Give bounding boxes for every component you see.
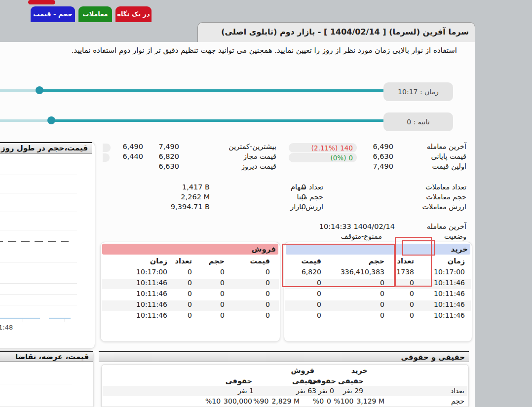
first-price-label: اولین قیمت <box>432 162 466 170</box>
sell-cell: 0 <box>266 268 270 276</box>
count-buy-real: 29 نفر <box>343 387 363 395</box>
last-trade-time-value: 10:14:33 1404/02/14 <box>319 222 395 230</box>
first-price-value: 7,490 <box>373 162 393 170</box>
partial-tab[interactable] <box>28 0 55 4</box>
gridline <box>0 230 77 230</box>
sell-cell: 0 <box>266 311 270 319</box>
buy-cell: 10:11:46 <box>434 279 465 287</box>
volume-sell-real-pct: %90 <box>253 397 268 405</box>
buy-cell: 0 <box>410 300 414 308</box>
sell-legal-header: حقوقی <box>226 377 252 385</box>
close-price-change-pill: (0%) 0 <box>289 153 357 162</box>
sell-col-volume: حجم <box>209 257 225 265</box>
intraday-chart-title: قیمت،حجم در طول روز <box>0 142 92 154</box>
sell-cell: 0 <box>188 311 192 319</box>
price-dashed-line <box>0 241 69 242</box>
status-label: وضعیت <box>444 232 466 240</box>
window-title: سرما آفرین (لسرما) [ 1404/02/14 ] - بازا… <box>197 22 475 42</box>
count-sell-real: 63 نفر <box>296 387 316 395</box>
gridline <box>0 212 77 212</box>
last-trade-change-pill: (2.11%) 140 <box>289 143 357 152</box>
volume-sell-real: %90 2,829 M <box>253 397 300 405</box>
tab-overview[interactable]: در یک نگاه <box>115 6 152 22</box>
sell-cell: 0 <box>188 279 192 287</box>
tab-trades[interactable]: معاملات <box>78 6 112 22</box>
seconds-slider-thumb[interactable] <box>47 116 55 124</box>
time-slider-fill[interactable] <box>39 89 384 92</box>
buy-cell: 10:17:00 <box>434 268 465 276</box>
pill-fragment <box>103 144 111 152</box>
buy-cell: 0 <box>317 290 321 297</box>
close-price-change-pct: (0%) <box>330 154 346 162</box>
count-buy-legal: 0 نفر <box>318 387 334 395</box>
gridline <box>0 283 77 284</box>
time-slider-label: زمان : 10:17 <box>383 82 453 101</box>
volume-buy-real-pct: %100 <box>334 397 353 405</box>
sell-orderbook-card: فروش قیمت حجم تعداد زمان 0 0 0 10:17:00 … <box>100 242 280 342</box>
status-value: ممنوع-متوقف <box>341 232 382 240</box>
last-trade-label: آخرین معامله <box>427 143 466 150</box>
gridline <box>0 305 77 305</box>
volume-buy-legal-value: 0 <box>327 397 331 405</box>
sell-group-header: فروش <box>291 367 314 374</box>
volume-row-label: حجم <box>451 397 464 405</box>
share-count-value: 1,417 B <box>182 183 210 191</box>
low-value: 6,490 <box>122 143 143 150</box>
client-types-card: خرید فروش حقیقی حقوقی حقیقی حقوقی تعداد … <box>101 364 469 407</box>
yesterday-price-value: 6,630 <box>158 162 179 170</box>
axis-tick <box>65 319 65 322</box>
sell-real-header: حقیقی <box>292 377 318 385</box>
allowed-high: 6,820 <box>158 152 179 160</box>
annotation-box <box>402 240 435 256</box>
buy-cell: 0 <box>317 311 321 319</box>
sell-cell: 0 <box>220 279 225 287</box>
close-price-value: 6,630 <box>373 152 393 160</box>
annotation-box <box>282 244 395 287</box>
market-cap-label: ارزش بازار <box>290 203 323 211</box>
sell-cell: 10:11:46 <box>136 311 167 319</box>
last-trade-value: 6,490 <box>373 143 393 150</box>
share-count-label: تعداد سهام <box>291 183 323 191</box>
buy-cell: 0 <box>380 311 384 319</box>
sell-col-price: قیمت <box>250 257 270 265</box>
base-volume-label: حجم مبنا <box>297 193 323 201</box>
volume-line <box>49 318 71 319</box>
volume-buy-legal-pct: %0 <box>313 397 324 405</box>
sell-cell: 10:11:46 <box>136 279 167 287</box>
stock-detail-window: حجم - قیمت معاملات در یک نگاه سرما آفرین… <box>0 0 532 407</box>
seconds-slider-fill[interactable] <box>51 119 384 122</box>
x-axis-label: 1:48 <box>0 324 13 331</box>
sell-cell: 0 <box>220 290 225 297</box>
time-slider-thumb[interactable] <box>36 86 43 94</box>
last-trade-change: 140 <box>340 144 353 152</box>
last-trade-change-pct: (2.11%) <box>311 144 338 152</box>
allowed-price-label: قیمت مجاز <box>243 152 276 160</box>
volume-buy-legal: %0 0 <box>313 397 331 405</box>
intraday-chart-card: قیمت،حجم در طول روز 1:48 <box>0 142 95 349</box>
sell-cell: 0 <box>220 311 225 319</box>
buy-real-header: حقیقی <box>338 377 364 385</box>
buy-cell: 0 <box>380 300 384 308</box>
client-types-title: حقیقی و حقوقی <box>99 351 469 362</box>
buy-cell: 10:11:46 <box>434 290 465 297</box>
count-sell-legal: 1 نفر <box>238 387 254 395</box>
close-price-change: 0 <box>348 154 353 162</box>
high-low-label: بیشترین-کمترین <box>228 143 276 150</box>
yesterday-price-label: قیمت دیروز <box>241 162 276 170</box>
sell-cell: 10:11:46 <box>136 300 167 308</box>
row-stripe <box>103 386 467 396</box>
close-price-label: قیمت پایانی <box>431 152 466 160</box>
buy-cell: 10:11:46 <box>434 311 465 319</box>
buy-cell: 10:11:46 <box>434 300 465 308</box>
market-cap-value: 9,394.71 B <box>171 203 210 211</box>
allowed-low: 6,440 <box>122 152 143 160</box>
trade-volume-label: حجم معاملات <box>426 193 466 201</box>
tab-volume-price[interactable]: حجم - قیمت <box>31 6 75 22</box>
trade-count-label: تعداد معاملات <box>425 183 466 191</box>
sell-cell: 10:11:46 <box>136 290 167 297</box>
sell-cell: 0 <box>220 268 225 276</box>
sell-col-count: تعداد <box>175 257 192 265</box>
volume-sell-legal: %10 300,000 <box>205 397 252 405</box>
sell-cell: 0 <box>266 279 270 287</box>
volume-sell-legal-pct: %10 <box>205 397 221 405</box>
